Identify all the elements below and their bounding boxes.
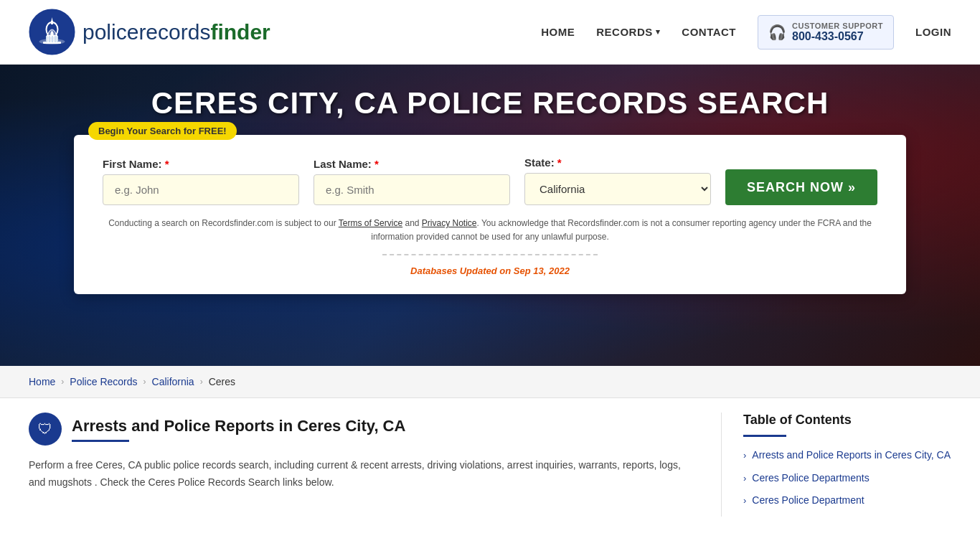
toc-item-1: › Arrests and Police Reports in Ceres Ci… [743, 448, 951, 463]
state-field-group: State: * California Alabama Alaska Arizo… [524, 156, 711, 205]
last-name-input[interactable] [314, 174, 510, 205]
breadcrumb-california[interactable]: California [152, 376, 194, 387]
toc-title: Table of Contents [743, 413, 951, 428]
last-name-label: Last Name: * [314, 158, 510, 170]
search-box: Begin Your Search for FREE! First Name: … [74, 135, 906, 294]
db-updated: Databases Updated on Sep 13, 2022 [103, 265, 877, 276]
support-label: CUSTOMER SUPPORT [792, 22, 883, 30]
first-name-field-group: First Name: * [103, 158, 299, 205]
toc-item-2: › Ceres Police Departments [743, 471, 951, 486]
search-fields: First Name: * Last Name: * State: * [103, 156, 877, 205]
disclaimer-text: Conducting a search on Recordsfinder.com… [103, 217, 877, 244]
state-select[interactable]: California Alabama Alaska Arizona Arkans… [524, 173, 711, 205]
nav-login[interactable]: LOGIN [915, 26, 951, 38]
nav-records[interactable]: RECORDS ▾ [596, 26, 660, 38]
nav-contact[interactable]: CONTACT [682, 26, 736, 38]
privacy-link[interactable]: Privacy Notice [422, 218, 477, 228]
article-body: Perform a free Ceres, CA public police r… [29, 457, 692, 491]
free-badge: Begin Your Search for FREE! [88, 122, 237, 140]
divider [382, 254, 598, 255]
content-left: 🛡 Arrests and Police Reports in Ceres Ci… [29, 413, 722, 517]
chevron-down-icon: ▾ [656, 27, 661, 37]
toc-item-3: › Ceres Police Department [743, 494, 951, 508]
state-label: State: * [524, 156, 711, 169]
chevron-right-icon: › [743, 450, 746, 461]
required-marker: * [557, 156, 562, 169]
last-name-field-group: Last Name: * [314, 158, 510, 205]
svg-rect-11 [52, 36, 53, 42]
chevron-right-icon: › [743, 473, 746, 484]
shield-icon: 🛡 [29, 413, 62, 446]
first-name-label: First Name: * [103, 158, 299, 170]
svg-rect-12 [55, 36, 56, 42]
breadcrumb: Home › Police Records › California › Cer… [0, 366, 980, 398]
breadcrumb-police-records[interactable]: Police Records [70, 376, 137, 387]
page-title: CERES CITY, CA POLICE RECORDS SEARCH [151, 86, 829, 121]
breadcrumb-sep-2: › [143, 377, 146, 387]
logo: policerecordsfinder [29, 9, 270, 55]
toc-link-1[interactable]: Arrests and Police Reports in Ceres City… [752, 448, 951, 463]
required-marker: * [374, 158, 379, 170]
breadcrumb-sep-3: › [200, 377, 203, 387]
support-number: 800-433-0567 [792, 30, 883, 43]
toc-link-3[interactable]: Ceres Police Department [752, 494, 864, 508]
svg-rect-9 [46, 36, 47, 42]
search-button[interactable]: SEARCH NOW » [725, 169, 877, 205]
logo-icon [29, 9, 75, 55]
svg-rect-10 [49, 36, 50, 42]
headset-icon: 🎧 [768, 24, 786, 41]
header: policerecordsfinder HOME RECORDS ▾ CONTA… [0, 0, 980, 65]
svg-rect-13 [57, 36, 58, 42]
content-right: Table of Contents › Arrests and Police R… [722, 413, 951, 517]
article-title-underline [72, 440, 129, 442]
breadcrumb-current: Ceres [209, 376, 235, 387]
breadcrumb-sep-1: › [61, 377, 64, 387]
first-name-input[interactable] [103, 174, 299, 205]
article-title: Arrests and Police Reports in Ceres City… [72, 417, 405, 435]
logo-text: policerecordsfinder [83, 20, 270, 44]
chevron-right-icon: › [743, 495, 746, 506]
customer-support: 🎧 CUSTOMER SUPPORT 800-433-0567 [758, 15, 894, 50]
toc-link-2[interactable]: Ceres Police Departments [752, 471, 869, 486]
toc-list: › Arrests and Police Reports in Ceres Ci… [743, 448, 951, 508]
breadcrumb-home[interactable]: Home [29, 376, 55, 387]
article-header: 🛡 Arrests and Police Reports in Ceres Ci… [29, 413, 692, 446]
main-content: 🛡 Arrests and Police Reports in Ceres Ci… [0, 413, 980, 517]
main-nav: HOME RECORDS ▾ CONTACT 🎧 CUSTOMER SUPPOR… [541, 15, 951, 50]
toc-underline [743, 435, 786, 437]
svg-rect-7 [51, 21, 53, 24]
hero-section: CERES CITY, CA POLICE RECORDS SEARCH Beg… [0, 65, 980, 366]
hero-content: CERES CITY, CA POLICE RECORDS SEARCH Beg… [14, 86, 966, 294]
required-marker: * [165, 158, 169, 170]
nav-home[interactable]: HOME [541, 26, 575, 38]
tos-link[interactable]: Terms of Service [339, 218, 402, 228]
